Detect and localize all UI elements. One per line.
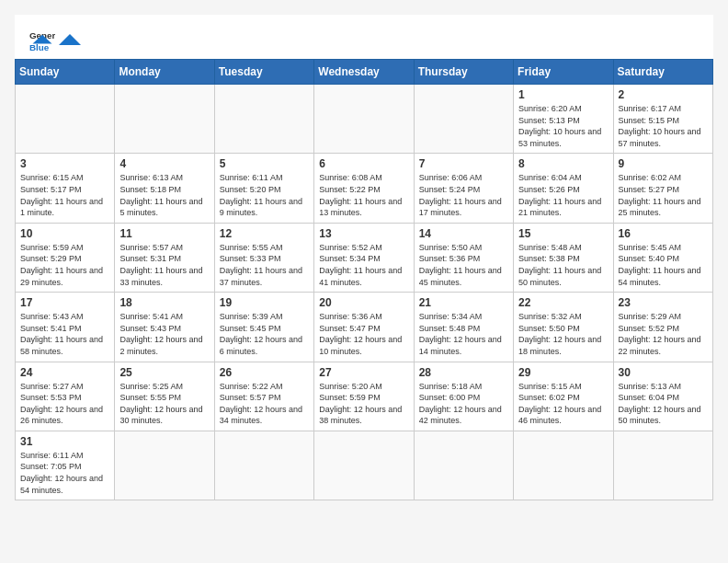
- calendar-cell: 17Sunrise: 5:43 AM Sunset: 5:41 PM Dayli…: [16, 293, 115, 362]
- day-number: 8: [518, 157, 608, 170]
- calendar-cell: [214, 431, 313, 500]
- calendar-cell: 8Sunrise: 6:04 AM Sunset: 5:26 PM Daylig…: [514, 154, 613, 223]
- calendar-cell: 2Sunrise: 6:17 AM Sunset: 5:15 PM Daylig…: [613, 85, 712, 154]
- day-info: Sunrise: 5:27 AM Sunset: 5:53 PM Dayligh…: [20, 381, 109, 427]
- day-info: Sunrise: 5:22 AM Sunset: 5:57 PM Dayligh…: [220, 381, 309, 427]
- day-number: 29: [518, 366, 608, 379]
- day-info: Sunrise: 6:11 AM Sunset: 7:05 PM Dayligh…: [20, 450, 109, 496]
- calendar-cell: 20Sunrise: 5:36 AM Sunset: 5:47 PM Dayli…: [314, 293, 414, 362]
- day-info: Sunrise: 5:45 AM Sunset: 5:40 PM Dayligh…: [619, 242, 708, 288]
- day-info: Sunrise: 5:36 AM Sunset: 5:47 PM Dayligh…: [319, 311, 408, 357]
- calendar-cell: 30Sunrise: 5:13 AM Sunset: 6:04 PM Dayli…: [613, 362, 712, 431]
- day-info: Sunrise: 5:34 AM Sunset: 5:48 PM Dayligh…: [419, 311, 508, 357]
- day-info: Sunrise: 6:20 AM Sunset: 5:13 PM Dayligh…: [518, 103, 608, 149]
- calendar-cell: [314, 431, 414, 500]
- day-number: 19: [220, 296, 309, 309]
- calendar-cell: 31Sunrise: 6:11 AM Sunset: 7:05 PM Dayli…: [16, 431, 115, 500]
- day-number: 12: [220, 227, 309, 240]
- day-info: Sunrise: 6:02 AM Sunset: 5:27 PM Dayligh…: [619, 172, 708, 218]
- weekday-header: Monday: [115, 60, 214, 85]
- day-info: Sunrise: 5:20 AM Sunset: 5:59 PM Dayligh…: [319, 381, 408, 427]
- weekday-header: Friday: [514, 60, 613, 85]
- calendar-cell: 4Sunrise: 6:13 AM Sunset: 5:18 PM Daylig…: [115, 154, 214, 223]
- day-number: 10: [20, 227, 109, 240]
- calendar-cell: [314, 85, 414, 154]
- day-number: 13: [319, 227, 408, 240]
- day-number: 30: [619, 366, 708, 379]
- calendar-cell: [115, 85, 214, 154]
- calendar-cell: 21Sunrise: 5:34 AM Sunset: 5:48 PM Dayli…: [414, 293, 513, 362]
- calendar-cell: 10Sunrise: 5:59 AM Sunset: 5:29 PM Dayli…: [16, 223, 115, 292]
- day-number: 23: [619, 296, 708, 309]
- day-number: 1: [518, 88, 608, 101]
- day-info: Sunrise: 5:57 AM Sunset: 5:31 PM Dayligh…: [119, 242, 209, 288]
- day-number: 3: [20, 157, 109, 170]
- weekday-header: Tuesday: [214, 60, 313, 85]
- day-info: Sunrise: 5:41 AM Sunset: 5:43 PM Dayligh…: [119, 311, 209, 357]
- calendar-cell: [414, 431, 513, 500]
- calendar-cell: 18Sunrise: 5:41 AM Sunset: 5:43 PM Dayli…: [115, 293, 214, 362]
- day-info: Sunrise: 5:29 AM Sunset: 5:52 PM Dayligh…: [619, 311, 708, 357]
- calendar-cell: 1Sunrise: 6:20 AM Sunset: 5:13 PM Daylig…: [514, 85, 613, 154]
- day-number: 22: [518, 296, 608, 309]
- calendar-cell: 9Sunrise: 6:02 AM Sunset: 5:27 PM Daylig…: [613, 154, 712, 223]
- day-info: Sunrise: 5:52 AM Sunset: 5:34 PM Dayligh…: [319, 242, 408, 288]
- calendar-cell: [16, 85, 115, 154]
- day-number: 26: [220, 366, 309, 379]
- calendar-cell: [613, 431, 712, 500]
- day-info: Sunrise: 6:08 AM Sunset: 5:22 PM Dayligh…: [319, 172, 408, 218]
- svg-marker-3: [59, 34, 81, 45]
- day-info: Sunrise: 5:55 AM Sunset: 5:33 PM Dayligh…: [220, 242, 309, 288]
- day-number: 14: [419, 227, 508, 240]
- day-number: 9: [619, 157, 708, 170]
- logo-icon: General Blue: [29, 26, 55, 52]
- day-number: 31: [20, 435, 109, 448]
- calendar-cell: 5Sunrise: 6:11 AM Sunset: 5:20 PM Daylig…: [214, 154, 313, 223]
- calendar-cell: 11Sunrise: 5:57 AM Sunset: 5:31 PM Dayli…: [115, 223, 214, 292]
- day-info: Sunrise: 6:13 AM Sunset: 5:18 PM Dayligh…: [119, 172, 209, 218]
- day-info: Sunrise: 6:11 AM Sunset: 5:20 PM Dayligh…: [220, 172, 309, 218]
- calendar-cell: [115, 431, 214, 500]
- calendar-cell: 7Sunrise: 6:06 AM Sunset: 5:24 PM Daylig…: [414, 154, 513, 223]
- day-number: 28: [419, 366, 508, 379]
- calendar-cell: 12Sunrise: 5:55 AM Sunset: 5:33 PM Dayli…: [214, 223, 313, 292]
- svg-text:Blue: Blue: [29, 42, 50, 52]
- day-info: Sunrise: 5:25 AM Sunset: 5:55 PM Dayligh…: [119, 381, 209, 427]
- calendar-cell: 27Sunrise: 5:20 AM Sunset: 5:59 PM Dayli…: [314, 362, 414, 431]
- day-number: 20: [319, 296, 408, 309]
- calendar-cell: 16Sunrise: 5:45 AM Sunset: 5:40 PM Dayli…: [613, 223, 712, 292]
- day-number: 5: [220, 157, 309, 170]
- day-info: Sunrise: 5:15 AM Sunset: 6:02 PM Dayligh…: [518, 381, 608, 427]
- day-number: 6: [319, 157, 408, 170]
- day-info: Sunrise: 5:50 AM Sunset: 5:36 PM Dayligh…: [419, 242, 508, 288]
- day-info: Sunrise: 5:59 AM Sunset: 5:29 PM Dayligh…: [20, 242, 109, 288]
- weekday-header: Saturday: [613, 60, 712, 85]
- day-number: 2: [619, 88, 708, 101]
- logo: General Blue: [29, 26, 105, 52]
- calendar-cell: 25Sunrise: 5:25 AM Sunset: 5:55 PM Dayli…: [115, 362, 214, 431]
- day-info: Sunrise: 5:18 AM Sunset: 6:00 PM Dayligh…: [419, 381, 508, 427]
- day-number: 24: [20, 366, 109, 379]
- weekday-header: Thursday: [414, 60, 513, 85]
- calendar-cell: 28Sunrise: 5:18 AM Sunset: 6:00 PM Dayli…: [414, 362, 513, 431]
- day-number: 15: [518, 227, 608, 240]
- calendar-cell: 19Sunrise: 5:39 AM Sunset: 5:45 PM Dayli…: [214, 293, 313, 362]
- calendar-cell: 6Sunrise: 6:08 AM Sunset: 5:22 PM Daylig…: [314, 154, 414, 223]
- calendar-cell: [214, 85, 313, 154]
- calendar-cell: 13Sunrise: 5:52 AM Sunset: 5:34 PM Dayli…: [314, 223, 414, 292]
- day-number: 25: [119, 366, 209, 379]
- calendar-cell: [414, 85, 513, 154]
- day-info: Sunrise: 5:48 AM Sunset: 5:38 PM Dayligh…: [518, 242, 608, 288]
- day-number: 18: [119, 296, 209, 309]
- calendar-cell: 22Sunrise: 5:32 AM Sunset: 5:50 PM Dayli…: [514, 293, 613, 362]
- day-number: 4: [119, 157, 209, 170]
- calendar-page: General Blue SundayMondayTuesdayWednesda: [15, 15, 713, 500]
- weekday-header: Sunday: [16, 60, 115, 85]
- day-info: Sunrise: 6:06 AM Sunset: 5:24 PM Dayligh…: [419, 172, 508, 218]
- day-number: 7: [419, 157, 508, 170]
- header: General Blue: [15, 15, 713, 59]
- calendar-cell: [514, 431, 613, 500]
- calendar-cell: 14Sunrise: 5:50 AM Sunset: 5:36 PM Dayli…: [414, 223, 513, 292]
- day-info: Sunrise: 5:39 AM Sunset: 5:45 PM Dayligh…: [220, 311, 309, 357]
- day-number: 17: [20, 296, 109, 309]
